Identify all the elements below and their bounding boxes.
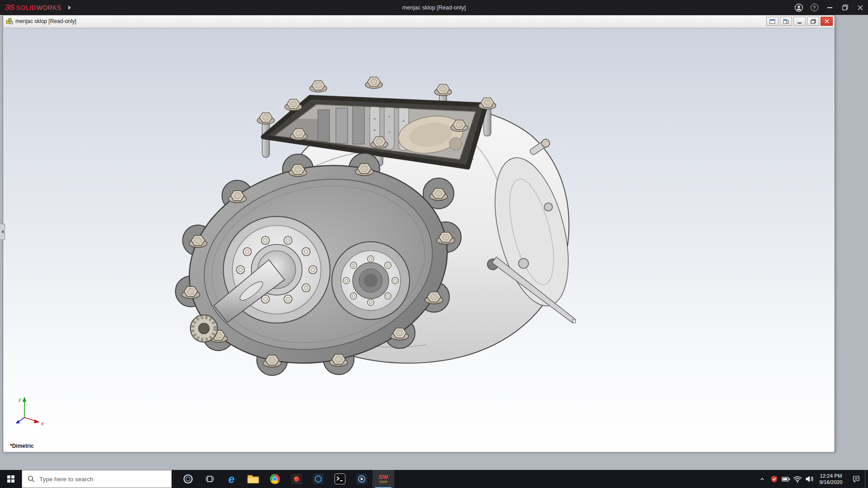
graphics-viewport[interactable]: y x *Dimetric bbox=[4, 28, 834, 452]
file-explorer-icon bbox=[247, 474, 259, 484]
help-icon: ? bbox=[811, 4, 818, 11]
doc-window-aux-button-1[interactable] bbox=[766, 17, 778, 26]
restore-icon bbox=[811, 19, 816, 24]
taskbar-app-file-explorer[interactable] bbox=[242, 470, 264, 488]
view-orientation-label: *Dimetric bbox=[10, 443, 34, 449]
oil-plug bbox=[544, 203, 552, 211]
taskbar-search[interactable] bbox=[22, 470, 172, 488]
solidworks-logo: ЭS SOLIDWORKS bbox=[0, 0, 66, 15]
close-icon bbox=[858, 5, 863, 10]
clock-time: 12:24 PM bbox=[815, 473, 847, 479]
taskbar-app-edge[interactable]: e bbox=[221, 470, 242, 488]
doc-minimize-button[interactable] bbox=[793, 17, 806, 26]
search-icon bbox=[28, 475, 35, 483]
spline-end bbox=[190, 315, 217, 342]
ds-logo-glyph: ЭS bbox=[5, 3, 14, 12]
taskbar-app-icon-red[interactable] bbox=[286, 470, 307, 488]
chevron-up-icon bbox=[759, 475, 766, 483]
triad-x-label: x bbox=[41, 421, 44, 426]
taskbar-app-chrome[interactable] bbox=[264, 470, 286, 488]
doc-restore-button[interactable] bbox=[807, 17, 819, 26]
taskbar-app-icon-hex[interactable] bbox=[307, 470, 329, 488]
app-close-button[interactable] bbox=[853, 0, 868, 15]
user-avatar-icon bbox=[794, 3, 803, 12]
cortana-button[interactable] bbox=[177, 470, 199, 488]
right-bearing-boss bbox=[332, 242, 410, 319]
media-player-icon bbox=[356, 474, 367, 484]
assembly-document-icon bbox=[6, 18, 13, 25]
triad-y-label: y bbox=[18, 397, 22, 402]
taskbar-app-solidworks[interactable]: SW 2020 bbox=[373, 470, 394, 488]
orientation-triad[interactable]: y x bbox=[13, 394, 49, 430]
app-minimize-button[interactable] bbox=[822, 0, 837, 15]
menu-expand-arrow-icon[interactable] bbox=[68, 5, 71, 10]
windows-taskbar: e bbox=[0, 470, 868, 488]
taskbar-clock[interactable]: 12:24 PM 9/16/2020 bbox=[815, 473, 848, 485]
clock-date: 9/16/2020 bbox=[815, 479, 847, 485]
document-title: menjac sklop [Read-only] bbox=[15, 18, 76, 24]
app-restore-button[interactable] bbox=[837, 0, 853, 15]
minimize-icon bbox=[827, 7, 832, 8]
taskbar-app-terminal[interactable] bbox=[329, 470, 351, 488]
hexagon-app-icon bbox=[313, 474, 324, 484]
tray-antivirus-icon[interactable] bbox=[768, 470, 780, 488]
close-icon bbox=[825, 19, 829, 23]
tray-volume-icon[interactable] bbox=[803, 470, 815, 488]
document-window: menjac sklop [Read-only] bbox=[3, 15, 835, 452]
triad-y-arrow bbox=[23, 397, 26, 402]
action-center-button[interactable] bbox=[848, 470, 865, 488]
solidworks-taskbar-icon: SW 2020 bbox=[379, 474, 388, 484]
tray-battery-icon[interactable] bbox=[780, 470, 792, 488]
minimize-icon bbox=[797, 23, 802, 23]
app-titlebar: ЭS SOLIDWORKS menjac sklop [Read-only] ? bbox=[0, 0, 868, 15]
triad-z-arrow bbox=[16, 420, 20, 424]
oil-plug bbox=[519, 258, 528, 268]
document-titlebar[interactable]: menjac sklop [Read-only] bbox=[3, 15, 835, 28]
account-button[interactable] bbox=[791, 0, 807, 15]
windows-logo-icon bbox=[7, 475, 14, 483]
app-window-title: menjac sklop [Read-only] bbox=[402, 5, 466, 11]
show-desktop-button[interactable] bbox=[865, 470, 868, 488]
chrome-icon bbox=[269, 474, 280, 484]
terminal-icon bbox=[335, 474, 345, 484]
mdi-workspace: menjac sklop [Read-only] bbox=[0, 15, 868, 470]
search-input[interactable] bbox=[39, 476, 157, 483]
tray-show-hidden-icons[interactable] bbox=[756, 470, 768, 488]
collapse-arrow-icon bbox=[1, 230, 4, 234]
window-layout-icon bbox=[769, 19, 775, 24]
restore-icon bbox=[842, 5, 848, 10]
doc-close-button[interactable] bbox=[821, 17, 833, 26]
edge-icon: e bbox=[228, 474, 235, 485]
start-button[interactable] bbox=[0, 470, 22, 488]
tray-network-icon[interactable] bbox=[792, 470, 803, 488]
taskbar-app-media[interactable] bbox=[351, 470, 373, 488]
gearbox-3d-model[interactable] bbox=[4, 28, 834, 452]
window-layout-icon bbox=[783, 19, 789, 24]
action-center-icon bbox=[852, 475, 860, 483]
help-button[interactable]: ? bbox=[807, 0, 822, 15]
task-view-button[interactable] bbox=[199, 470, 221, 488]
task-view-icon bbox=[204, 474, 215, 484]
triad-x-arrow bbox=[34, 420, 40, 423]
doc-window-aux-button-2[interactable] bbox=[780, 17, 792, 26]
cortana-icon bbox=[183, 474, 193, 484]
red-app-icon bbox=[291, 474, 302, 484]
featuremanager-flyout-tab[interactable] bbox=[0, 224, 5, 240]
